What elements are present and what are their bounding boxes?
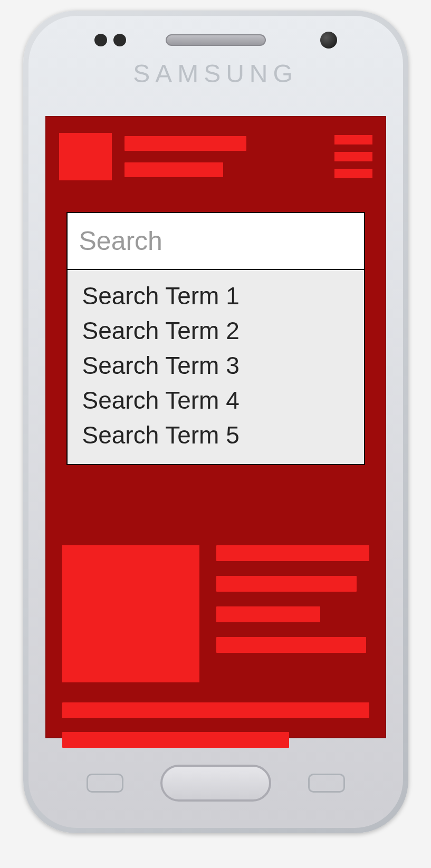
proximity-sensor-icon	[94, 34, 107, 46]
search-suggestion-item[interactable]: Search Term 4	[82, 383, 349, 418]
placeholder-line	[216, 576, 357, 592]
placeholder-line	[62, 702, 369, 718]
placeholder-line	[124, 136, 247, 151]
hamburger-bar-icon	[334, 152, 372, 161]
search-input[interactable]	[68, 213, 364, 270]
placeholder-line	[216, 637, 366, 653]
phone-frame: SAMSUNG Search Term 1 Search	[23, 11, 408, 833]
back-button[interactable]	[308, 774, 345, 793]
search-panel: Search Term 1 Search Term 2 Search Term …	[66, 212, 365, 465]
phone-inner: SAMSUNG Search Term 1 Search	[28, 16, 403, 828]
search-suggestion-item[interactable]: Search Term 2	[82, 313, 349, 348]
content-card	[62, 545, 369, 682]
search-suggestions-list: Search Term 1 Search Term 2 Search Term …	[68, 270, 364, 464]
app-screen: Search Term 1 Search Term 2 Search Term …	[45, 116, 386, 738]
placeholder-line	[124, 162, 223, 177]
search-suggestion-item[interactable]: Search Term 3	[82, 348, 349, 383]
home-button[interactable]	[160, 765, 271, 802]
content-thumbnail-icon[interactable]	[62, 545, 199, 682]
hamburger-bar-icon	[334, 135, 372, 144]
content-text-placeholder	[216, 545, 369, 682]
earpiece-speaker-icon	[166, 34, 266, 46]
brand-label: SAMSUNG	[133, 59, 298, 88]
phone-bottom-bezel	[28, 738, 403, 828]
app-header	[46, 117, 385, 186]
phone-top-bezel: SAMSUNG	[28, 16, 403, 116]
light-sensor-icon	[113, 34, 126, 46]
search-suggestion-item[interactable]: Search Term 5	[82, 418, 349, 452]
front-camera-icon	[320, 32, 337, 49]
menu-button[interactable]	[334, 133, 372, 178]
placeholder-line	[216, 545, 369, 561]
content-paragraph-placeholder	[62, 702, 369, 748]
app-title-placeholder	[124, 133, 322, 177]
app-logo-icon[interactable]	[59, 133, 112, 180]
placeholder-line	[62, 732, 290, 748]
search-suggestion-item[interactable]: Search Term 1	[82, 278, 349, 313]
hamburger-bar-icon	[334, 169, 372, 178]
placeholder-line	[216, 606, 320, 622]
recents-button[interactable]	[87, 774, 123, 793]
